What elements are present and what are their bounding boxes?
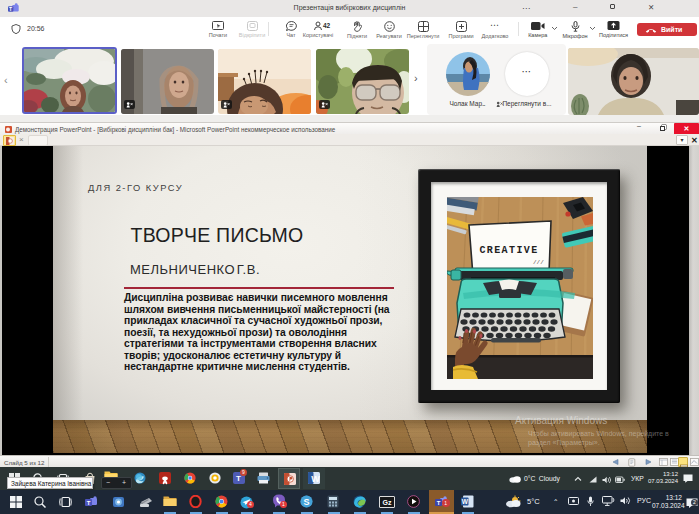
- svg-text:T: T: [437, 500, 441, 506]
- svg-text:W: W: [311, 474, 320, 484]
- svg-text:W: W: [462, 498, 469, 505]
- svg-text:S: S: [303, 497, 309, 507]
- svg-text:CREATIVE: CREATIVE: [479, 245, 538, 256]
- svg-text:T: T: [87, 500, 91, 506]
- svg-text:///: ///: [533, 259, 544, 266]
